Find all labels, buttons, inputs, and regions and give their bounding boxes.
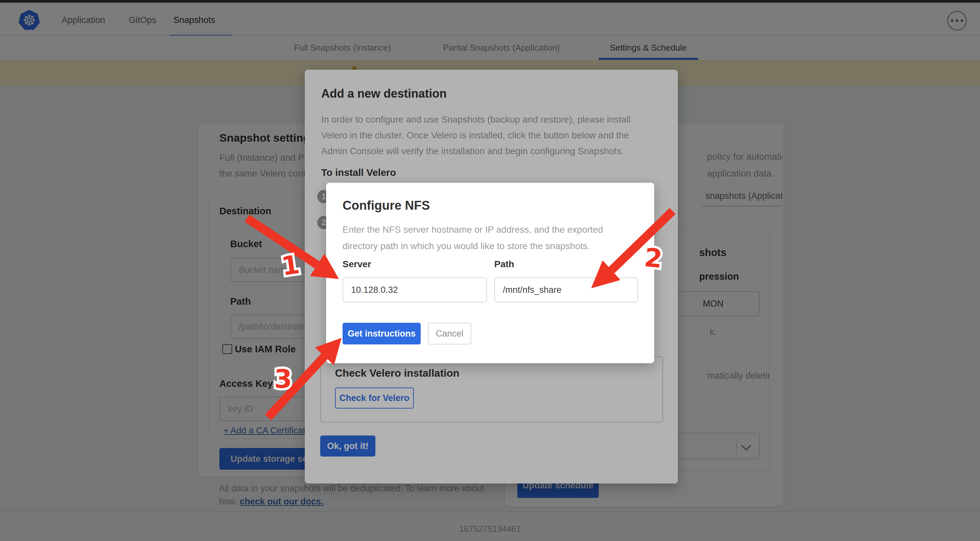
cancel-button[interactable]: Cancel bbox=[428, 323, 471, 345]
nfs-path-input[interactable] bbox=[494, 278, 638, 302]
nfs-server-label: Server bbox=[342, 259, 371, 270]
nfs-body-line1: Enter the NFS server hostname or IP addr… bbox=[342, 222, 603, 238]
configure-nfs-modal: Configure NFS Enter the NFS server hostn… bbox=[326, 183, 654, 363]
nfs-server-input[interactable] bbox=[342, 278, 487, 302]
get-instructions-button[interactable]: Get instructions bbox=[342, 323, 421, 345]
admin-console-screen: ☸ Application GitOps Snapshots Full Snap… bbox=[0, 0, 980, 541]
nfs-path-label: Path bbox=[494, 259, 514, 270]
nfs-body-line2: directory path in which you would like t… bbox=[342, 238, 603, 254]
configure-nfs-title: Configure NFS bbox=[342, 198, 430, 213]
